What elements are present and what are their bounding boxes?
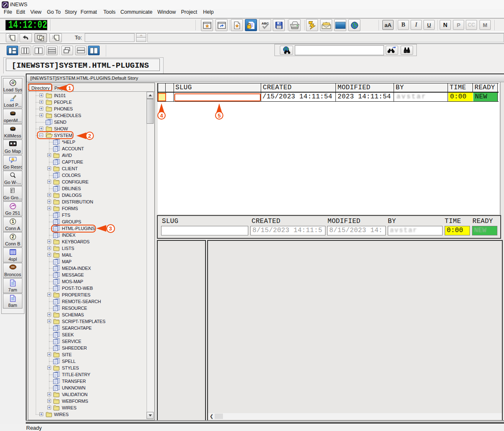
svg-text:1: 1 bbox=[12, 219, 14, 224]
svg-text:2: 2 bbox=[12, 235, 14, 239]
